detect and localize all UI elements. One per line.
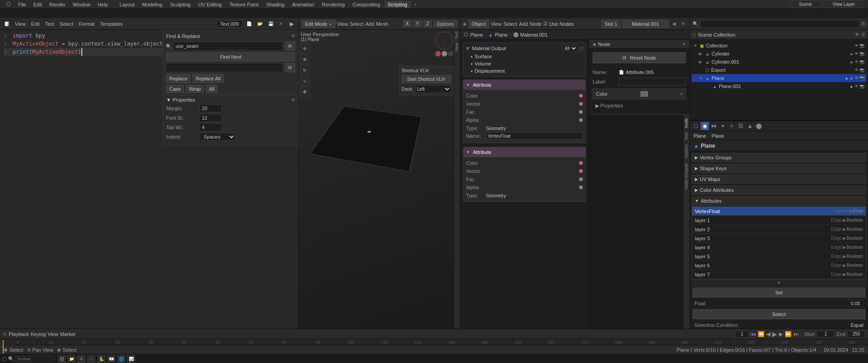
uvmaps-header[interactable]: ▶ UV Maps [692,175,866,184]
ne-material-dropdown[interactable]: Material.001 [622,20,669,28]
attr-item-4[interactable]: layer 4 Edge ▶ Boolean [692,243,866,252]
vp-rotate-tool[interactable]: ↻ [300,65,310,75]
ne-bc-plane2[interactable]: Plane [495,32,508,37]
plane-render-icon[interactable]: 📷 [859,76,864,80]
tl-playback-btn[interactable]: Playback [9,331,29,337]
attr-item-5[interactable]: layer 5 Edge ▶ Boolean [692,252,866,261]
vp-options-btn[interactable]: Options [434,20,457,28]
tl-play-btn[interactable]: ▶ [772,330,777,338]
tl-prev-keyframe-btn[interactable]: ⏪ [758,331,764,337]
attr-item-3[interactable]: layer 3 Edge ▶ Boolean [692,234,866,243]
attr-item-0[interactable]: VertexFloat Vertex ▶ Float [692,207,866,216]
vp-scale-tool[interactable]: ⤡ [300,76,310,86]
material-output-select[interactable]: All [562,45,578,52]
tb-icon-3[interactable]: ⚙ [77,355,85,363]
menu-file[interactable]: File [15,1,29,8]
tl-playhead[interactable] [3,340,4,354]
tl-jump-end-btn[interactable]: ⏭ [793,331,799,337]
tl-next-frame-btn[interactable]: ▶ [779,331,783,337]
ws-texture-paint[interactable]: Texture Paint [226,1,262,8]
tl-next-keyframe-btn[interactable]: ⏩ [785,331,792,337]
ne-close-btn[interactable]: ✕ [679,20,687,27]
ne-node-menu[interactable]: Node [530,21,542,27]
fr-properties-close[interactable]: ✕ [291,97,295,103]
tree-collection[interactable]: ▼ ▣ Collection 👁 📷 [692,42,866,50]
attr-set-btn[interactable]: Set [693,288,865,298]
tb-icon-2[interactable]: 📁 [67,355,75,363]
te-text-menu[interactable]: Text [43,20,56,28]
ws-compositing[interactable]: Compositing [349,1,384,8]
ne-view-menu[interactable]: View [491,21,502,27]
plane001-render-icon[interactable]: 📷 [859,84,864,88]
cyl-render-icon[interactable]: 📷 [859,51,864,56]
fr-case-btn[interactable]: Case [166,85,184,93]
ne-bc-material[interactable]: Material.001 [520,32,548,37]
prop-icon-data[interactable]: ▲ [746,122,754,130]
attr-name-input[interactable] [486,132,583,140]
menu-help[interactable]: Help [95,1,111,8]
menu-window[interactable]: Window [70,1,93,8]
cyl-vis-icon[interactable]: 👁 [854,51,859,56]
ws-shading[interactable]: Shading [263,1,288,8]
ne-prev-btn[interactable]: ◀ [670,20,678,27]
chevron-down-icon[interactable]: ▼ [465,46,470,51]
attr-select-btn[interactable]: Select [693,309,865,319]
fr-fontsize-input[interactable] [199,114,222,122]
ne-slot-dropdown[interactable]: Slot 1 [601,20,620,28]
cyl001-render-icon[interactable]: 📷 [859,60,864,64]
scene-selector[interactable]: Scene [789,0,821,8]
vp-sidebar-item-view[interactable]: View [454,41,459,53]
shapekeys-header[interactable]: ▶ Shape Keys [692,164,866,173]
te-view-menu[interactable]: View [13,20,28,28]
attr-node2-expand[interactable]: ▼ [466,150,470,154]
exp-vis-icon[interactable]: 👁 [854,68,859,72]
taskbar-blender-icon[interactable]: ⬡ [2,356,6,362]
vp-cursor-tool[interactable]: ✛ [300,43,310,53]
node-close-icon[interactable]: ✕ [682,42,686,47]
vp-z-btn[interactable]: Z [424,20,432,27]
te-save-btn[interactable]: 💾 [266,20,275,27]
tl-marker-btn[interactable]: Marker [60,331,75,337]
vgroups-header[interactable]: ▶ Vertex Groups [692,153,866,162]
fr-icon-btn[interactable]: ⟳ [285,42,295,51]
attr-node1-expand[interactable]: ▼ [466,83,470,87]
exp-render-icon[interactable]: 📷 [859,68,864,72]
mo-expand-btn[interactable]: ⬡ [580,46,584,51]
start-shortcut-btn[interactable]: Start Shortcut VLVr [401,75,451,83]
plane001-vis-icon[interactable]: 👁 [854,84,859,88]
add-workspace-btn[interactable]: + [411,1,420,8]
ni-label-input[interactable] [619,78,686,86]
ne-bc-plane1[interactable]: ⬡ [464,32,468,37]
prop-icon-particles[interactable]: ✦ [719,122,727,130]
ws-scripting[interactable]: Scripting [384,1,411,8]
te-format-menu[interactable]: Format [77,20,96,28]
ne-add-menu[interactable]: Add [519,21,528,27]
te-templates-menu[interactable]: Templates [98,20,124,28]
menu-edit[interactable]: Edit [31,1,45,8]
te-new-btn[interactable]: 📄 [245,20,254,27]
te-close-btn[interactable]: ✕ [277,20,284,27]
ni-expand-icon[interactable]: ≡ [680,92,683,96]
tl-keying-btn[interactable]: Keying [31,331,46,337]
node-vtab-node[interactable]: Node [684,116,689,130]
vp-orbit-gizmo[interactable]: ● [435,32,453,50]
vp-view-menu[interactable]: View [337,21,348,27]
outliner-vis-icon[interactable]: 👁 [855,32,859,37]
dock-select[interactable]: Left Right [415,85,451,93]
prop-icon-material[interactable]: ⬤ [755,122,763,130]
fr-replace-all-btn[interactable]: Replace All [193,74,224,83]
ws-uv-editing[interactable]: UV Editing [194,1,225,8]
reset-node-btn[interactable]: ⟳ Reset Node [593,52,686,63]
ws-modeling[interactable]: Modeling [139,1,166,8]
vp-transform-tool[interactable]: ✥ [300,87,310,97]
vp-move-tool[interactable]: ⊕ [300,54,310,64]
ws-layout[interactable]: Layout [116,1,138,8]
attr-item-7[interactable]: layer 7 Edge ▶ Boolean [692,270,866,279]
props-bc-plane1[interactable]: Plane [693,133,706,139]
tree-cylinder[interactable]: ▶ ▲ Cylinder ▲ 👁 📷 [692,50,866,58]
tb-icon-4[interactable]: ⬡ [87,355,95,363]
cyl001-vis-icon[interactable]: 👁 [854,60,859,64]
tree-plane001[interactable]: ▲ Plane.001 ▲ 👁 📷 [692,82,866,90]
prop-icon-scene[interactable]: ⬡ [692,122,700,130]
te-run-btn[interactable]: ▶ [288,20,296,28]
